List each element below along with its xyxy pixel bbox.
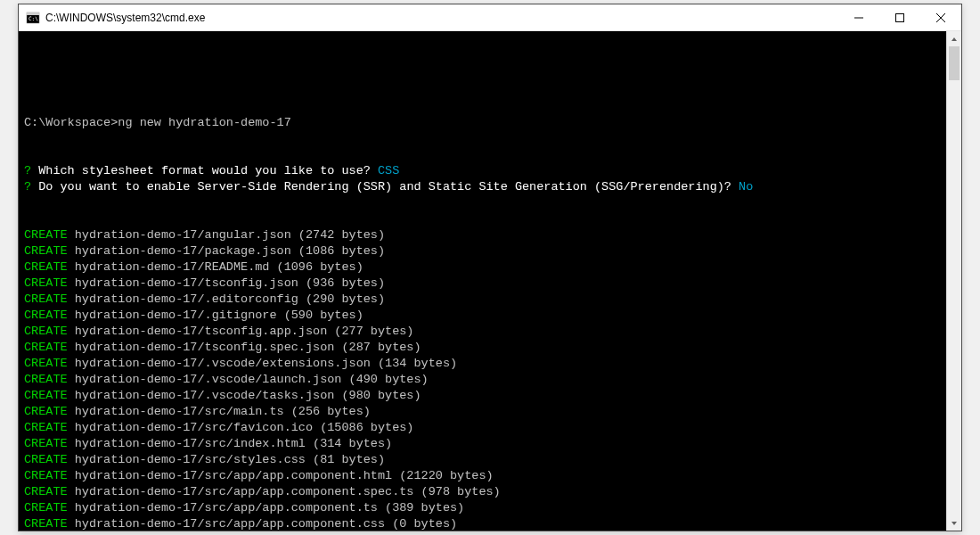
create-action-label: CREATE — [24, 469, 68, 482]
create-file-path: hydration-demo-17/src/styles.css (81 byt… — [68, 453, 385, 466]
create-action-label: CREATE — [24, 260, 68, 274]
create-line: CREATE hydration-demo-17/tsconfig.app.js… — [24, 324, 941, 340]
vertical-scrollbar[interactable] — [946, 31, 961, 531]
create-file-path: hydration-demo-17/.vscode/launch.json (4… — [68, 373, 429, 386]
create-action-label: CREATE — [24, 228, 68, 242]
create-file-path: hydration-demo-17/src/app/app.component.… — [68, 501, 465, 514]
command-text: ng new hydration-demo-17 — [118, 116, 290, 129]
create-action-label: CREATE — [24, 485, 68, 498]
create-file-path: hydration-demo-17/.gitignore (590 bytes) — [68, 309, 363, 322]
create-line: CREATE hydration-demo-17/src/main.ts (25… — [24, 404, 941, 420]
svg-rect-3 — [896, 13, 904, 21]
create-file-path: hydration-demo-17/src/app/app.component.… — [68, 469, 494, 482]
svg-text:C:\: C:\ — [29, 15, 38, 21]
create-line: CREATE hydration-demo-17/README.md (1096… — [24, 259, 941, 276]
create-line: CREATE hydration-demo-17/angular.json (2… — [24, 227, 941, 243]
window-controls — [838, 4, 961, 30]
create-file-path: hydration-demo-17/.editorconfig (290 byt… — [68, 292, 385, 306]
create-line: CREATE hydration-demo-17/src/app/app.com… — [24, 500, 941, 516]
question-text: Which stylesheet format would you like t… — [31, 164, 378, 177]
create-line: CREATE hydration-demo-17/tsconfig.spec.j… — [24, 340, 941, 356]
create-file-path: hydration-demo-17/src/main.ts (256 bytes… — [68, 405, 371, 418]
create-file-path: hydration-demo-17/tsconfig.spec.json (28… — [68, 341, 421, 354]
create-file-path: hydration-demo-17/README.md (1096 bytes) — [68, 260, 363, 274]
create-action-label: CREATE — [24, 389, 68, 402]
question-text: Do you want to enable Server-Side Render… — [31, 180, 739, 193]
scroll-up-button[interactable] — [947, 31, 961, 46]
create-action-label: CREATE — [24, 421, 68, 434]
create-action-label: CREATE — [24, 501, 68, 514]
create-file-path: hydration-demo-17/.vscode/tasks.json (98… — [68, 389, 421, 402]
create-line: CREATE hydration-demo-17/.vscode/tasks.j… — [24, 388, 941, 404]
create-action-label: CREATE — [24, 437, 68, 450]
question-answer: No — [739, 180, 753, 193]
create-file-path: hydration-demo-17/src/index.html (314 by… — [68, 437, 393, 450]
create-line: CREATE hydration-demo-17/.vscode/launch.… — [24, 372, 941, 388]
scroll-thumb[interactable] — [949, 46, 960, 80]
create-file-path: hydration-demo-17/angular.json (2742 byt… — [68, 228, 385, 242]
blank-line — [24, 67, 941, 83]
create-line: CREATE hydration-demo-17/src/app/app.com… — [24, 468, 941, 484]
terminal-output[interactable]: C:\Workspace>ng new hydration-demo-17 ? … — [19, 31, 946, 531]
scroll-track[interactable] — [947, 46, 961, 515]
create-line: CREATE hydration-demo-17/src/favicon.ico… — [24, 420, 941, 436]
create-action-label: CREATE — [24, 517, 68, 531]
question-answer: CSS — [378, 164, 399, 177]
create-line: CREATE hydration-demo-17/src/app/app.com… — [24, 484, 941, 500]
cmd-window: C:\ C:\WINDOWS\system32\cmd.exe C:\Works… — [18, 4, 962, 531]
create-file-path: hydration-demo-17/src/app/app.component.… — [68, 517, 457, 531]
titlebar[interactable]: C:\ C:\WINDOWS\system32\cmd.exe — [19, 4, 961, 31]
question-mark-icon: ? — [24, 180, 31, 193]
create-action-label: CREATE — [24, 325, 68, 338]
create-file-path: hydration-demo-17/src/app/app.component.… — [68, 485, 501, 498]
create-file-path: hydration-demo-17/src/favicon.ico (15086… — [68, 421, 414, 434]
client-area: C:\Workspace>ng new hydration-demo-17 ? … — [19, 31, 961, 531]
create-line: CREATE hydration-demo-17/package.json (1… — [24, 243, 941, 259]
minimize-button[interactable] — [838, 4, 879, 30]
create-line: CREATE hydration-demo-17/.gitignore (590… — [24, 308, 941, 324]
create-action-label: CREATE — [24, 244, 68, 258]
create-line: CREATE hydration-demo-17/tsconfig.json (… — [24, 276, 941, 292]
cli-question-line: ? Which stylesheet format would you like… — [24, 163, 941, 179]
create-file-path: hydration-demo-17/tsconfig.json (936 byt… — [68, 276, 385, 290]
create-file-path: hydration-demo-17/package.json (1086 byt… — [68, 244, 385, 258]
create-line: CREATE hydration-demo-17/.vscode/extensi… — [24, 356, 941, 372]
question-mark-icon: ? — [24, 164, 31, 177]
create-action-label: CREATE — [24, 292, 68, 306]
prompt-path: C:\Workspace> — [24, 116, 118, 129]
prompt-line: C:\Workspace>ng new hydration-demo-17 — [24, 115, 941, 131]
create-line: CREATE hydration-demo-17/src/index.html … — [24, 436, 941, 452]
maximize-button[interactable] — [879, 4, 920, 30]
create-file-path: hydration-demo-17/tsconfig.app.json (277… — [68, 325, 414, 338]
create-line: CREATE hydration-demo-17/src/app/app.com… — [24, 516, 941, 531]
scroll-down-button[interactable] — [947, 515, 961, 531]
window-title: C:\WINDOWS\system32\cmd.exe — [45, 12, 205, 24]
create-action-label: CREATE — [24, 357, 68, 370]
create-action-label: CREATE — [24, 453, 68, 466]
cmd-icon: C:\ — [26, 11, 40, 25]
close-button[interactable] — [920, 4, 961, 30]
create-line: CREATE hydration-demo-17/src/styles.css … — [24, 452, 941, 468]
create-file-path: hydration-demo-17/.vscode/extensions.jso… — [68, 357, 457, 370]
create-action-label: CREATE — [24, 405, 68, 418]
create-action-label: CREATE — [24, 373, 68, 386]
create-line: CREATE hydration-demo-17/.editorconfig (… — [24, 292, 941, 308]
create-action-label: CREATE — [24, 276, 68, 290]
create-action-label: CREATE — [24, 309, 68, 322]
create-action-label: CREATE — [24, 341, 68, 354]
cli-question-line: ? Do you want to enable Server-Side Rend… — [24, 179, 941, 195]
